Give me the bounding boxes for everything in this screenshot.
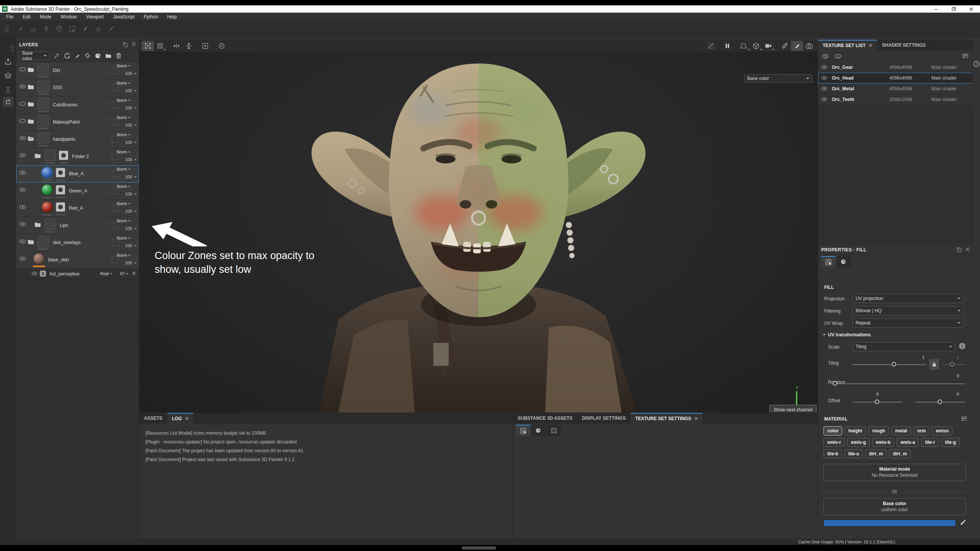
channel-chip-height[interactable]: height xyxy=(844,426,866,435)
close-tab-icon[interactable]: ✕ xyxy=(869,43,872,48)
channel-chip-metal[interactable]: metal xyxy=(891,426,911,435)
mesh-maps-subtab-icon[interactable] xyxy=(547,425,561,436)
remove-effect-icon[interactable] xyxy=(132,271,136,275)
tab-substance-3d-assets[interactable]: SUBSTANCE 3D ASSETS xyxy=(513,413,577,424)
visibility-eye-icon[interactable] xyxy=(19,170,26,175)
layer-row-blue-a-selected[interactable]: Blue_A Norm 100 xyxy=(16,165,139,183)
eyedropper-icon[interactable] xyxy=(960,519,967,526)
offset-x-value[interactable]: 0 xyxy=(876,392,879,396)
menu-viewport[interactable]: Viewport xyxy=(82,13,108,21)
tab-assets[interactable]: ASSETS xyxy=(139,413,167,424)
blend-mode-select[interactable]: Norm xyxy=(117,201,137,206)
add-fill-layer-icon[interactable] xyxy=(84,52,91,59)
assets-stack-icon[interactable] xyxy=(3,71,13,81)
tab-shader-settings[interactable]: SHADER SETTINGS xyxy=(877,40,931,51)
opacity-select[interactable]: 100 xyxy=(117,88,137,93)
layer-row-makeuppaint[interactable]: MakeupPaint Norm 100 xyxy=(16,114,139,131)
blend-mode-select[interactable]: Norm xyxy=(117,81,137,85)
visibility-eye-icon[interactable] xyxy=(19,136,26,140)
base-color-swatch[interactable] xyxy=(823,520,956,527)
menu-edit[interactable]: Edit xyxy=(18,13,35,21)
effect-row-hsl-perceptive[interactable]: S hsl_perceptive Repl 87 xyxy=(16,269,139,279)
blend-mode-select[interactable]: Norm xyxy=(117,150,137,154)
projection-select[interactable]: UV projection xyxy=(853,294,964,303)
tab-texture-set-settings[interactable]: TEXTURE SET SETTINGS✕ xyxy=(630,413,703,424)
float-panel-icon[interactable] xyxy=(123,42,128,47)
polygon-fill-tool-icon[interactable] xyxy=(53,23,66,34)
export-textures-icon[interactable] xyxy=(3,57,13,67)
opacity-select[interactable]: 100 xyxy=(117,192,137,196)
layer-name[interactable]: Folder 2 xyxy=(72,154,89,159)
visibility-eye-icon[interactable] xyxy=(19,205,26,209)
visibility-eye-icon[interactable] xyxy=(19,101,26,106)
layer-thumbnail[interactable] xyxy=(38,64,49,75)
menu-mode[interactable]: Mode xyxy=(35,13,56,21)
layer-name[interactable]: handpaints xyxy=(53,137,75,142)
blend-mode-select[interactable]: Norm xyxy=(117,64,137,68)
layer-thumbnail[interactable] xyxy=(38,132,49,144)
history-clock-icon[interactable] xyxy=(973,60,980,67)
menu-python[interactable]: Python xyxy=(139,13,162,21)
layer-thumbnail[interactable] xyxy=(38,81,49,92)
paint-tool-icon[interactable] xyxy=(14,23,27,34)
mask-thumbnail[interactable] xyxy=(56,202,65,212)
layer-name[interactable]: CutsBruises xyxy=(53,102,78,108)
visibility-eye-icon[interactable] xyxy=(19,222,26,227)
add-paint-layer-icon[interactable] xyxy=(74,52,81,59)
layer-thumbnail[interactable] xyxy=(44,150,56,161)
menu-file[interactable]: File xyxy=(2,13,18,21)
add-smart-material-icon[interactable] xyxy=(53,52,60,59)
viewport-canvas[interactable]: Base color Colour Zones set to max opaci… xyxy=(139,52,818,412)
texture-set-row-orc-teeth[interactable]: Orc_Teeth 2048x2048 Main shader xyxy=(818,94,973,105)
filtering-select[interactable]: Bilinear | HQ xyxy=(853,306,964,315)
sculpt-mode-icon[interactable] xyxy=(779,41,791,51)
channel-chip-tile-r[interactable]: tile-r xyxy=(921,438,939,447)
close-tab-icon[interactable]: ✕ xyxy=(694,416,698,421)
tiling-lock-icon[interactable] xyxy=(929,359,939,370)
texture-set-row-orc-head-selected[interactable]: Orc_Head 4096x4096 Main shader xyxy=(818,73,973,83)
visibility-eye-icon[interactable] xyxy=(19,84,26,89)
sync-visibility-icon[interactable] xyxy=(822,54,829,59)
opacity-select[interactable]: 100 xyxy=(117,261,137,265)
channel-chip-dirt-m[interactable]: dirt_m xyxy=(865,449,887,458)
delete-layer-icon[interactable] xyxy=(115,52,122,59)
channel-chip-tile-b[interactable]: tile-b xyxy=(823,449,842,458)
visibility-eye-icon[interactable] xyxy=(821,76,827,80)
reset-camera-icon[interactable] xyxy=(216,41,228,51)
fill-layer-thumbnail[interactable] xyxy=(41,167,53,178)
perspective-mode-icon[interactable] xyxy=(738,41,750,51)
opacity-select[interactable]: 100 xyxy=(117,71,137,76)
smudge-tool-icon[interactable] xyxy=(79,23,92,34)
history-hourglass-icon[interactable] xyxy=(3,85,13,95)
layer-name[interactable]: MakeupPaint xyxy=(53,119,80,125)
layer-name[interactable]: Red_A xyxy=(69,205,83,211)
layer-name[interactable]: base_skin xyxy=(48,257,69,262)
channel-chip-emiss[interactable]: emiss xyxy=(932,426,952,435)
camera-mode-icon[interactable] xyxy=(762,41,774,51)
menu-help[interactable]: Help xyxy=(163,13,181,21)
layer-name[interactable]: SSS xyxy=(53,85,62,90)
channel-chip-emis-g[interactable]: emis-g xyxy=(847,438,870,447)
opacity-select[interactable]: 100 xyxy=(117,174,137,179)
layer-thumbnail[interactable] xyxy=(38,98,49,109)
display-mode-icon[interactable] xyxy=(3,97,13,107)
close-panel-icon[interactable] xyxy=(132,42,136,47)
channel-chip-tile-g[interactable]: tile-g xyxy=(941,438,960,447)
channel-chip-emis-r[interactable]: emis-r xyxy=(823,438,845,447)
player-scrubber-handle[interactable] xyxy=(462,546,496,549)
visibility-eye-icon[interactable] xyxy=(31,271,38,276)
channel-chip-tile-a[interactable]: tile-a xyxy=(844,449,863,458)
visibility-eye-icon[interactable] xyxy=(821,65,827,69)
scale-mode-select[interactable]: Tiling xyxy=(853,342,955,351)
layer-row-dirt[interactable]: Dirt Norm 100 xyxy=(16,62,139,79)
fill-layer-thumbnail[interactable] xyxy=(41,184,53,196)
channels-subtab-icon[interactable] xyxy=(531,425,546,436)
layer-name[interactable]: Lips xyxy=(60,223,68,228)
layer-row-sss[interactable]: SSS Norm 100 xyxy=(16,79,139,96)
visibility-eye-icon[interactable] xyxy=(821,97,827,101)
visibility-eye-icon[interactable] xyxy=(19,119,26,123)
toolbar-grip-handle[interactable] xyxy=(5,25,8,32)
layer-thumbnail[interactable] xyxy=(44,218,56,230)
blend-mode-select[interactable]: Norm xyxy=(117,115,137,120)
symmetry-x-icon[interactable] xyxy=(170,41,183,51)
